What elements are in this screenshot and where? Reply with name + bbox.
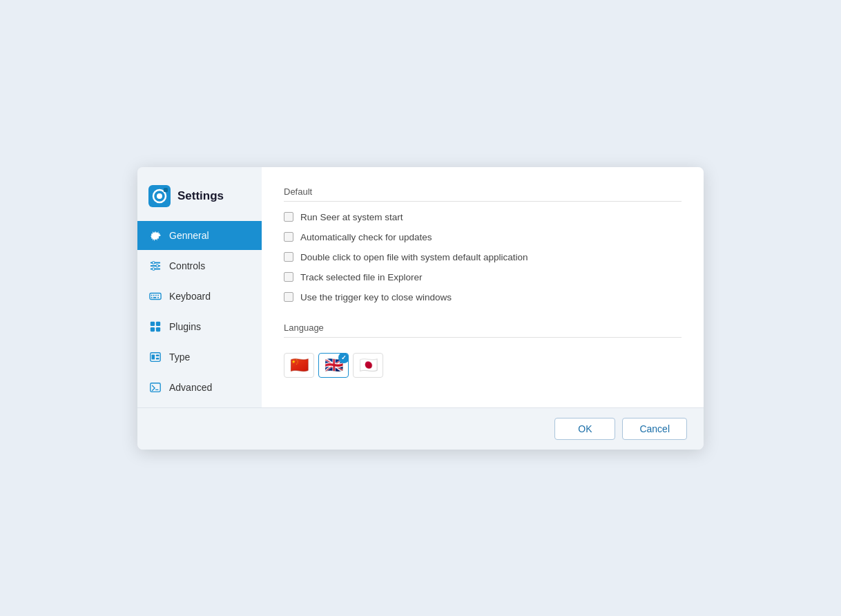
svg-rect-25: [156, 357, 160, 359]
controls-icon: [148, 259, 162, 273]
svg-rect-11: [151, 294, 153, 296]
option-label-track-file: Track selected file in Explorer: [300, 272, 423, 282]
selected-checkmark-icon: ✓: [338, 353, 349, 363]
sidebar-item-genneral[interactable]: Genneral: [137, 221, 262, 250]
option-double-click[interactable]: Double click to open file with system de…: [284, 249, 682, 266]
flag-ja-emoji: 🇯🇵: [359, 356, 378, 374]
sidebar-item-label-keyboard: Keyboard: [169, 291, 211, 302]
sidebar-item-type[interactable]: Type: [137, 343, 262, 372]
app-logo-icon: [148, 185, 171, 207]
checkbox-auto-check[interactable]: [284, 232, 293, 242]
sidebar-title: Settings: [177, 189, 224, 203]
option-auto-check[interactable]: Automatically check for updates: [284, 229, 682, 246]
svg-point-2: [157, 193, 162, 199]
svg-rect-12: [153, 294, 155, 296]
sidebar-item-controls[interactable]: Controls: [137, 251, 262, 280]
sidebar-item-label-plugins: Plugins: [169, 321, 201, 332]
sidebar-item-label-type: Type: [169, 352, 190, 363]
svg-point-7: [153, 261, 155, 264]
sidebar-item-plugins[interactable]: Plugins: [137, 312, 262, 341]
svg-point-9: [153, 267, 155, 270]
svg-rect-10: [150, 293, 161, 299]
main-content: Default Run Seer at system start Automat…: [262, 167, 704, 407]
svg-rect-16: [153, 296, 157, 298]
svg-rect-19: [156, 321, 160, 325]
option-label-double-click: Double click to open file with system de…: [300, 252, 528, 262]
checkbox-double-click[interactable]: [284, 252, 293, 262]
svg-rect-3: [164, 188, 168, 192]
sidebar-item-keyboard[interactable]: Keyboard: [137, 282, 262, 311]
dialog-body: Settings Genneral: [137, 167, 704, 407]
svg-point-8: [156, 264, 159, 267]
sidebar: Settings Genneral: [137, 167, 262, 407]
option-label-run-seer: Run Seer at system start: [300, 212, 403, 222]
checkbox-track-file[interactable]: [284, 272, 293, 282]
svg-rect-18: [151, 321, 155, 325]
option-track-file[interactable]: Track selected file in Explorer: [284, 269, 682, 286]
flag-zh-emoji: 🇨🇳: [290, 356, 309, 374]
svg-rect-14: [157, 294, 159, 296]
svg-rect-17: [157, 296, 159, 298]
language-section-label: Language: [284, 323, 682, 338]
language-zh-button[interactable]: 🇨🇳: [284, 353, 314, 378]
sidebar-header: Settings: [137, 173, 262, 221]
sidebar-nav: Genneral Controls: [137, 221, 262, 407]
svg-rect-20: [151, 327, 155, 331]
checkbox-trigger-key[interactable]: [284, 292, 293, 302]
language-flags: 🇨🇳 🇬🇧 ✓ 🇯🇵: [284, 353, 682, 378]
sidebar-item-label-controls: Controls: [169, 260, 205, 271]
plugins-icon: [148, 320, 162, 334]
checkbox-run-seer[interactable]: [284, 212, 293, 222]
svg-rect-27: [155, 389, 159, 389]
dialog-footer: OK Cancel: [137, 407, 704, 450]
option-trigger-key[interactable]: Use the trigger key to close windows: [284, 289, 682, 306]
sidebar-item-label-genneral: Genneral: [169, 230, 209, 241]
keyboard-icon: [148, 289, 162, 303]
default-section-label: Default: [284, 186, 682, 202]
language-section: Language 🇨🇳 🇬🇧 ✓ 🇯🇵: [284, 323, 682, 378]
advanced-icon: [148, 381, 162, 394]
svg-rect-23: [152, 354, 155, 359]
settings-dialog: Settings Genneral: [137, 167, 704, 450]
language-en-button[interactable]: 🇬🇧 ✓: [318, 353, 349, 378]
sidebar-item-label-advanced: Advanced: [169, 382, 212, 393]
ok-button[interactable]: OK: [554, 418, 615, 440]
svg-rect-21: [156, 327, 160, 331]
sidebar-item-advanced[interactable]: Advanced: [137, 373, 262, 402]
cancel-button[interactable]: Cancel: [622, 418, 687, 440]
type-icon: [148, 350, 162, 364]
language-ja-button[interactable]: 🇯🇵: [353, 353, 383, 378]
gear-icon: [148, 229, 162, 242]
svg-rect-15: [151, 296, 153, 298]
svg-rect-24: [156, 354, 160, 356]
options-list: Run Seer at system start Automatically c…: [284, 209, 682, 306]
option-run-seer[interactable]: Run Seer at system start: [284, 209, 682, 226]
svg-rect-13: [155, 294, 157, 296]
option-label-trigger-key: Use the trigger key to close windows: [300, 292, 452, 302]
option-label-auto-check: Automatically check for updates: [300, 232, 432, 242]
